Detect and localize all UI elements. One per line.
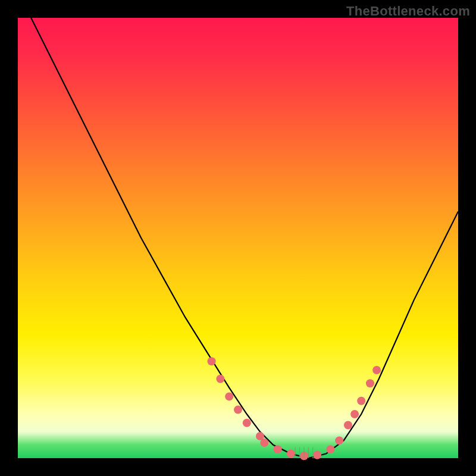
highlight-dot	[243, 419, 251, 427]
bottleneck-curve-line	[31, 18, 458, 458]
highlight-dot	[274, 445, 282, 453]
curve-group	[31, 18, 458, 458]
highlight-dot	[260, 439, 268, 447]
chart-svg	[18, 18, 458, 458]
highlight-dot	[372, 366, 381, 374]
highlight-dot	[350, 410, 359, 418]
highlight-dot	[357, 397, 365, 405]
highlight-dot	[234, 406, 242, 414]
watermark-text: TheBottleneck.com	[346, 4, 470, 19]
highlight-dot	[225, 392, 233, 400]
highlight-dots-group	[208, 357, 381, 460]
highlight-dot	[287, 450, 295, 458]
minimum-ticks	[295, 447, 313, 459]
highlight-dot	[326, 445, 334, 453]
highlight-dot	[344, 421, 352, 430]
highlight-dot	[366, 379, 374, 387]
highlight-dot	[216, 375, 224, 383]
highlight-dot	[313, 451, 321, 459]
highlight-dot	[335, 436, 343, 444]
highlight-dot	[208, 357, 216, 365]
